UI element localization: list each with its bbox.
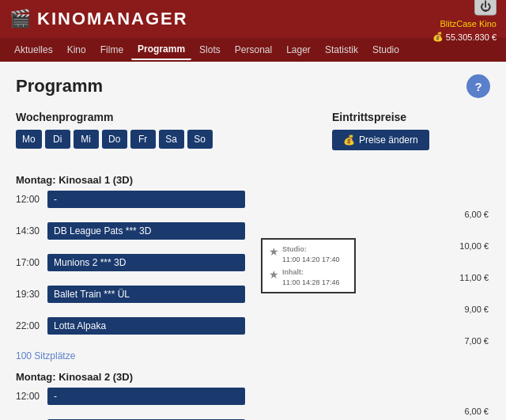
table-row: 12:00 - xyxy=(16,191,490,208)
tooltip-star1: ★ xyxy=(269,244,279,260)
table-row: 22:00 Lotta Alpaka xyxy=(16,317,490,335)
header: 🎬 KINOMANAGER ⏻ BlitzCase Kino 💰 55.305.… xyxy=(0,0,506,38)
tooltip-star2: ★ xyxy=(269,267,279,283)
table-row: 14:30 DB League Pats *** 3D xyxy=(16,222,490,240)
time2-1200: 12:00 xyxy=(16,391,47,402)
day-fr[interactable]: Fr xyxy=(130,130,156,149)
time-1700: 17:00 xyxy=(16,257,47,268)
movie-bar2-1200[interactable]: - xyxy=(47,388,245,405)
tooltip-label1: Studio: xyxy=(282,244,340,255)
movie-bar-1700[interactable]: Munions 2 *** 3D xyxy=(47,254,245,271)
tooltip-content: ★ Studio: 11:00 14:20 17:40 ★ Inhalt: 11… xyxy=(269,244,348,287)
balance: 💰 55.305.830 € xyxy=(432,32,497,42)
movie-bar-1430[interactable]: DB League Pats *** 3D xyxy=(47,222,245,240)
nav-studio[interactable]: Studio xyxy=(366,40,406,59)
tooltip-value2: 11:00 14:28 17:46 xyxy=(282,278,340,288)
tooltip-row1: ★ Studio: 11:00 14:20 17:40 xyxy=(269,244,348,264)
wochenprogramm-section: Wochenprogramm Mo Di Mi Do Fr Sa So xyxy=(16,111,316,161)
top-row: Wochenprogramm Mo Di Mi Do Fr Sa So Eint… xyxy=(16,111,490,161)
sitzplaetze-1: 100 Sitzplätze xyxy=(16,350,490,361)
schedule-kinosaal2: Montag: Kinosaal 2 (3D) 12:00 - 6,00 € 1… xyxy=(16,371,490,420)
tooltip: ★ Studio: 11:00 14:20 17:40 ★ Inhalt: 11… xyxy=(261,238,356,293)
tooltip-info1: Studio: 11:00 14:20 17:40 xyxy=(282,244,340,264)
day-sa[interactable]: Sa xyxy=(159,130,184,149)
day-mi[interactable]: Mi xyxy=(74,130,99,149)
time-1430: 14:30 xyxy=(16,225,47,236)
price-row-1430: 10,00 € xyxy=(16,241,490,251)
power-button[interactable]: ⏻ xyxy=(474,0,497,16)
time-1200: 12:00 xyxy=(16,194,47,205)
price-row2-1200: 6,00 € xyxy=(16,407,490,416)
schedule-kinosaal1: Montag: Kinosaal 1 (3D) 12:00 - 6,00 € 1… xyxy=(16,174,490,361)
balance-icon: 💰 xyxy=(432,32,444,42)
tooltip-label2: Inhalt: xyxy=(282,267,340,278)
logo: 🎬 KINOMANAGER xyxy=(9,9,188,29)
time-1930: 19:30 xyxy=(16,289,47,300)
navigation: Aktuelles Kino Filme Programm Slots Pers… xyxy=(0,38,506,62)
eintrittspreise-section: Eintrittspreise 💰 Preise ändern xyxy=(332,111,490,161)
nav-kino[interactable]: Kino xyxy=(61,40,93,59)
page-title: Programm xyxy=(16,76,103,96)
price-row-2200: 7,00 € xyxy=(16,336,490,346)
day-buttons: Mo Di Mi Do Fr Sa So xyxy=(16,130,316,149)
power-icon: ⏻ xyxy=(480,0,491,13)
price-1200: 6,00 € xyxy=(255,210,489,219)
tooltip-info2: Inhalt: 11:00 14:28 17:46 xyxy=(282,267,340,287)
balance-value: 55.305.830 € xyxy=(446,32,497,41)
preise-icon: 💰 xyxy=(343,134,355,146)
help-icon: ? xyxy=(474,80,481,93)
movie-bar-1200[interactable]: - xyxy=(47,191,245,208)
header-right: ⏻ BlitzCase Kino 💰 55.305.830 € xyxy=(432,0,497,42)
tooltip-row2: ★ Inhalt: 11:00 14:28 17:46 xyxy=(269,267,348,287)
price-1930: 9,00 € xyxy=(255,305,489,314)
nav-personal[interactable]: Personal xyxy=(228,40,278,59)
nav-lager[interactable]: Lager xyxy=(280,40,317,59)
day-mo[interactable]: Mo xyxy=(16,130,42,149)
wochenprogramm-title: Wochenprogramm xyxy=(16,111,316,123)
kinosaal2-heading: Montag: Kinosaal 2 (3D) xyxy=(16,371,490,383)
table-row: 19:30 Ballet Train *** ÜL xyxy=(16,286,490,303)
movie-bar-2200[interactable]: Lotta Alpaka xyxy=(47,317,245,335)
price-2200: 7,00 € xyxy=(255,336,489,346)
kinosaal1-heading: Montag: Kinosaal 1 (3D) xyxy=(16,174,490,186)
nav-slots[interactable]: Slots xyxy=(193,40,227,59)
nav-aktuelles[interactable]: Aktuelles xyxy=(8,40,59,59)
price-row-1200: 6,00 € xyxy=(16,210,490,219)
day-so[interactable]: So xyxy=(187,130,213,149)
nav-programm[interactable]: Programm xyxy=(131,40,191,60)
price2-1200: 6,00 € xyxy=(255,407,489,416)
eintrittspreise-title: Eintrittspreise xyxy=(332,111,490,123)
preise-aendern-button[interactable]: 💰 Preise ändern xyxy=(332,130,429,150)
nav-filme[interactable]: Filme xyxy=(94,40,130,59)
table-row: 17:00 Munions 2 *** 3D ★ Studio: 11:00 1… xyxy=(16,254,490,271)
time-2200: 22:00 xyxy=(16,320,47,331)
day-do[interactable]: Do xyxy=(102,130,127,149)
nav-statistik[interactable]: Statistik xyxy=(319,40,364,59)
cinema-name: BlitzCase Kino xyxy=(440,19,497,28)
main-content: Programm ? Wochenprogramm Mo Di Mi Do Fr… xyxy=(0,62,506,420)
price-row-1700: 11,00 € xyxy=(16,273,490,282)
day-di[interactable]: Di xyxy=(45,130,70,149)
app-title: KINOMANAGER xyxy=(37,9,188,29)
table-row: 12:00 - xyxy=(16,388,490,405)
logo-icon: 🎬 xyxy=(9,9,31,29)
tooltip-value1: 11:00 14:20 17:40 xyxy=(282,255,340,265)
movie-bar-1930[interactable]: Ballet Train *** ÜL xyxy=(47,286,245,303)
preise-label: Preise ändern xyxy=(359,134,418,146)
help-button[interactable]: ? xyxy=(466,74,490,98)
page-header: Programm ? xyxy=(16,74,490,98)
price-row-1930: 9,00 € xyxy=(16,305,490,314)
